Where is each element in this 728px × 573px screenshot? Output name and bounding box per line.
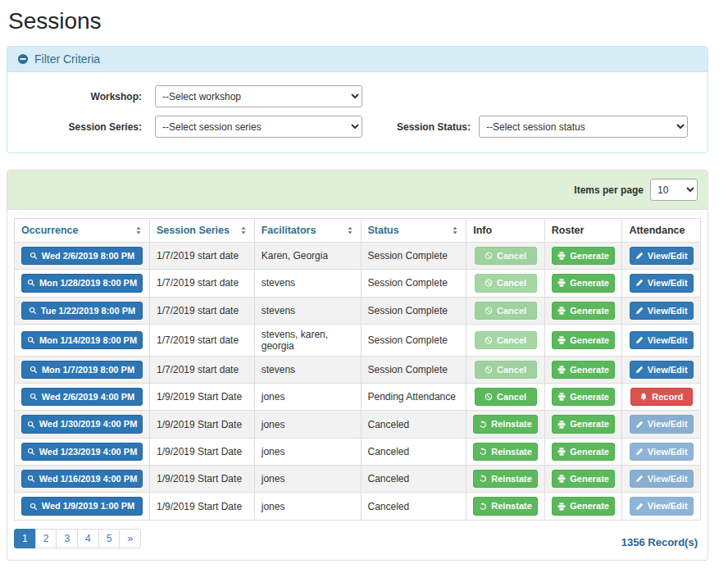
- cancel-label: Cancel: [497, 364, 526, 375]
- cancel-button[interactable]: Cancel: [475, 388, 537, 406]
- occurrence-button[interactable]: Wed 1/16/2019 4:00 PM: [21, 470, 143, 488]
- view-edit-label: View/Edit: [648, 250, 688, 261]
- view-edit-label: View/Edit: [648, 364, 688, 375]
- records-count: 1356 Record(s): [621, 536, 698, 548]
- sessions-grid-panel: Items per page 10 Occurrence Session Ser…: [7, 170, 708, 561]
- generate-label: Generate: [570, 250, 609, 261]
- session-series-cell: 1/7/2019 start date: [149, 243, 254, 270]
- view-edit-button[interactable]: View/Edit: [630, 361, 694, 379]
- occurrence-button[interactable]: Wed 1/9/2019 1:00 PM: [21, 497, 143, 515]
- status-cell: Pending Attendance: [361, 384, 466, 411]
- search-icon: [30, 393, 38, 401]
- reinstate-label: Reinstate: [491, 418, 532, 430]
- table-row: Mon 1/14/2019 8:00 PM 1/7/2019 start dat…: [15, 324, 701, 356]
- session-status-label: Session Status:: [397, 121, 471, 133]
- occurrence-button[interactable]: Mon 1/28/2019 8:00 PM: [21, 274, 143, 292]
- occurrence-button[interactable]: Tue 1/22/2019 8:00 PM: [21, 302, 143, 320]
- table-row: Wed 2/6/2019 4:00 PM 1/9/2019 Start Date…: [15, 384, 701, 411]
- occurrence-button[interactable]: Wed 1/23/2019 4:00 PM: [21, 443, 143, 461]
- session-status-group: Session Status: --Select session status: [397, 116, 688, 138]
- search-icon: [27, 448, 35, 456]
- pencil-icon: [635, 421, 644, 429]
- session-status-select[interactable]: --Select session status: [479, 116, 688, 138]
- occurrence-button[interactable]: Wed 2/6/2019 4:00 PM: [21, 388, 143, 406]
- session-series-cell: 1/9/2019 Start Date: [149, 438, 254, 465]
- reinstate-button[interactable]: Reinstate: [473, 470, 538, 488]
- occurrence-button[interactable]: Wed 2/6/2019 8:00 PM: [21, 247, 143, 265]
- generate-button[interactable]: Generate: [552, 247, 615, 265]
- generate-button[interactable]: Generate: [552, 443, 615, 461]
- column-header-info: Info: [466, 219, 545, 243]
- status-cell: Session Complete: [361, 243, 466, 270]
- page-button-4[interactable]: 4: [77, 529, 99, 548]
- record-button[interactable]: Record: [630, 388, 693, 406]
- generate-button[interactable]: Generate: [552, 302, 615, 320]
- generate-button[interactable]: Generate: [552, 415, 615, 433]
- pencil-icon: [635, 366, 644, 374]
- reinstate-button[interactable]: Reinstate: [473, 443, 538, 461]
- session-series-select[interactable]: --Select session series: [155, 116, 362, 138]
- ban-icon: [485, 307, 493, 315]
- collapse-icon[interactable]: [17, 53, 29, 65]
- printer-icon: [557, 393, 566, 401]
- view-edit-button[interactable]: View/Edit: [630, 302, 694, 320]
- view-edit-button[interactable]: View/Edit: [630, 247, 694, 265]
- occurrence-button[interactable]: Wed 1/30/2019 4:00 PM: [21, 415, 143, 433]
- grid-body: Occurrence Session Series Facilitators S…: [7, 210, 708, 560]
- generate-button[interactable]: Generate: [552, 388, 615, 406]
- items-per-page-select[interactable]: 10: [650, 179, 698, 201]
- occurrence-button[interactable]: Mon 1/7/2019 8:00 PM: [21, 361, 143, 379]
- generate-button[interactable]: Generate: [552, 331, 615, 349]
- session-series-cell: 1/9/2019 Start Date: [149, 466, 254, 493]
- facilitators-cell: stevens: [254, 297, 361, 324]
- printer-icon: [557, 475, 566, 483]
- workshop-select[interactable]: --Select workshop: [155, 85, 362, 107]
- status-cell: Canceled: [361, 411, 466, 438]
- sort-icon: [346, 225, 354, 235]
- search-icon: [27, 336, 35, 344]
- pencil-icon: [635, 279, 644, 287]
- reinstate-button[interactable]: Reinstate: [473, 415, 538, 433]
- view-edit-label: View/Edit: [648, 305, 688, 316]
- generate-button[interactable]: Generate: [552, 470, 615, 488]
- table-row: Wed 1/30/2019 4:00 PM 1/9/2019 Start Dat…: [15, 411, 701, 438]
- workshop-label: Workshop:: [19, 91, 142, 102]
- page-button-1[interactable]: 1: [14, 529, 36, 548]
- generate-button[interactable]: Generate: [552, 497, 615, 515]
- view-edit-button[interactable]: View/Edit: [630, 274, 694, 292]
- pencil-icon: [635, 475, 644, 483]
- generate-label: Generate: [570, 473, 609, 484]
- page-button-2[interactable]: 2: [35, 529, 57, 548]
- reinstate-button[interactable]: Reinstate: [473, 497, 538, 515]
- printer-icon: [557, 366, 566, 374]
- cancel-button: Cancel: [475, 274, 537, 292]
- session-series-cell: 1/7/2019 start date: [149, 270, 254, 297]
- column-header-status[interactable]: Status: [361, 219, 466, 243]
- status-cell: Session Complete: [361, 324, 466, 356]
- pencil-icon: [635, 307, 644, 315]
- column-header-facilitators[interactable]: Facilitators: [254, 219, 361, 243]
- cancel-button: Cancel: [475, 361, 537, 379]
- filter-criteria-header[interactable]: Filter Criteria: [7, 47, 708, 72]
- page-next-button[interactable]: »: [119, 529, 141, 548]
- occurrence-label: Mon 1/7/2019 8:00 PM: [42, 364, 134, 375]
- column-header-roster: Roster: [544, 219, 622, 243]
- facilitators-cell: stevens: [254, 270, 361, 297]
- column-header-session-series[interactable]: Session Series: [149, 219, 254, 243]
- session-series-cell: 1/9/2019 Start Date: [149, 384, 254, 411]
- status-cell: Session Complete: [361, 356, 466, 383]
- generate-button[interactable]: Generate: [552, 274, 615, 292]
- generate-button[interactable]: Generate: [552, 361, 615, 379]
- page-button-5[interactable]: 5: [98, 529, 121, 548]
- cancel-button: Cancel: [475, 302, 537, 320]
- generate-label: Generate: [570, 305, 609, 316]
- cancel-label: Cancel: [497, 305, 526, 316]
- view-edit-button[interactable]: View/Edit: [630, 331, 694, 349]
- table-row: Mon 1/7/2019 8:00 PM 1/7/2019 start date…: [15, 356, 701, 383]
- undo-icon: [479, 448, 487, 456]
- sessions-table: Occurrence Session Series Facilitators S…: [14, 218, 701, 521]
- column-header-occurrence[interactable]: Occurrence: [15, 219, 150, 243]
- occurrence-button[interactable]: Mon 1/14/2019 8:00 PM: [21, 331, 143, 349]
- page-button-3[interactable]: 3: [56, 529, 78, 548]
- undo-icon: [479, 503, 487, 511]
